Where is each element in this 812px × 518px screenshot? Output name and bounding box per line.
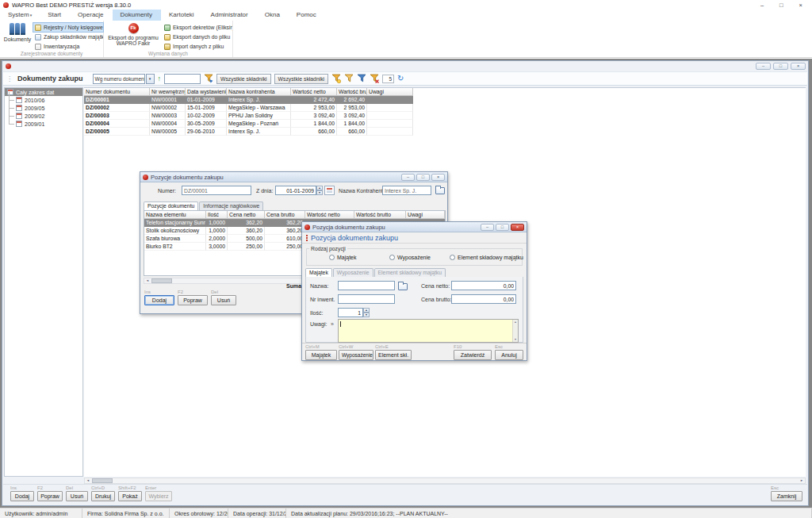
eksport-fakir-button[interactable]: Fk Eksport do programuWAPRO Fakir [107,23,159,46]
all-components-button-2[interactable]: Wszystkie składniki [274,74,329,84]
action-button[interactable]: Usuń [66,491,88,501]
column-header[interactable]: Nazwa kontrahenta [227,88,291,95]
nr-inwent-field[interactable] [338,294,395,304]
horizontal-scrollbar[interactable]: ◄ ► [84,478,806,484]
all-components-button-1[interactable]: Wszystkie składniki [216,74,271,84]
column-header[interactable]: Wartość brutto [354,211,406,218]
sort-combobox[interactable]: Wg numeru dokumentu ▾ [93,74,155,84]
menu-item[interactable]: Dokumenty [113,10,161,21]
column-header[interactable]: Wartość netto [291,88,337,95]
scrollbar-thumb[interactable] [151,278,172,283]
scroll-down-icon[interactable]: ▼ [513,338,518,341]
refresh-icon[interactable]: ↻ [397,75,404,82]
column-header[interactable]: Cena netto [228,211,265,218]
column-header[interactable]: Data wystawienia [186,88,227,95]
minimize-icon[interactable]: – [481,224,494,231]
chevron-down-icon[interactable]: ▾ [146,74,155,84]
tree-item[interactable]: 2009/05 [14,104,82,112]
z-dnia-field[interactable] [275,186,316,195]
menu-item[interactable]: Administrator [203,10,257,21]
tab[interactable]: Wyposażenie [333,268,373,277]
column-header[interactable]: Wartość brutto [337,88,367,95]
tree-item[interactable]: 2009/02 [14,112,82,120]
minimize-icon[interactable]: – [401,174,415,181]
textarea-scrollbar[interactable]: ▲ ▼ [512,320,518,342]
calendar-button[interactable] [324,186,335,195]
table-row[interactable]: DZ/00004NW/0000430-05-2009MegaSklep - Po… [84,120,413,128]
column-header[interactable]: Wartość netto [305,211,354,218]
restore-icon[interactable]: □ [416,174,430,181]
scrollbar-thumb[interactable] [92,478,113,483]
ilosc-field[interactable] [338,308,363,317]
menu-item[interactable]: Kartoteki [161,10,203,21]
column-header[interactable]: Nr wewnętrzny [150,88,186,95]
tab[interactable]: Pozycje dokumentu [144,201,198,210]
restore-icon[interactable]: □ [496,224,509,231]
filter-edit-icon[interactable] [344,74,354,83]
filter-set-icon[interactable] [331,74,341,83]
close-icon[interactable]: × [791,63,806,70]
table-row[interactable]: DZ/00001NW/0000101-01-2009Interex Sp. J.… [84,96,413,104]
scroll-up-icon[interactable]: ▲ [513,320,518,324]
cena-brutto-field[interactable] [451,294,516,304]
action-button[interactable]: Dodaj [10,491,34,501]
menu-item[interactable]: Start [40,10,70,21]
filter-icon[interactable] [357,74,366,83]
action-button[interactable]: Usuń [211,295,236,305]
ribbon-item[interactable]: Eksport dekretów (Eliksir) [163,23,232,32]
ribbon-item[interactable]: Rejestry / Noty księgowe [33,23,103,32]
dokumenty-button[interactable]: Dokumenty [3,23,32,42]
column-header[interactable]: Uwagi [367,88,413,95]
date-stepper[interactable]: ▲▼ [316,186,323,195]
column-header[interactable]: Numer dokumentu [84,88,150,95]
action-button[interactable]: Zatwierdź [454,350,492,360]
dialog-titlebar[interactable]: Pozycje dokumentu zakupu – □ × [140,172,447,182]
numer-field[interactable] [182,186,251,195]
menu-item[interactable]: Operacje [70,10,112,21]
folder-icon[interactable] [398,283,408,290]
close-icon[interactable]: × [799,1,802,10]
tab[interactable]: Informacje nagłówkowe [199,201,263,210]
search-input[interactable] [164,74,201,84]
action-button[interactable]: Dodaj [144,295,174,305]
filter-apply-arrow-icon[interactable] [204,74,213,83]
ribbon-item[interactable]: Zakup składników majątku [33,33,103,41]
minimize-icon[interactable]: – [756,63,771,70]
radio-element-skladowy[interactable]: Element składowy majątku [450,255,523,260]
action-button[interactable]: Majątek [305,350,337,360]
table-row[interactable]: DZ/00002NW/0000215-01-2009MegaSklep - Wa… [84,104,413,112]
ribbon-item[interactable]: Eksport danych do pliku [163,33,232,41]
folder-icon[interactable] [435,187,445,194]
action-button[interactable]: Wyposażenie [339,350,373,360]
action-button[interactable]: Anuluj [495,350,523,360]
radio-wyposazenie[interactable]: Wyposażenie [389,255,431,260]
filter-clear-icon[interactable] [370,74,379,83]
menu-item[interactable]: System▾ [0,10,40,21]
close-icon[interactable]: × [511,224,524,231]
action-button[interactable]: Popraw [37,491,63,501]
close-icon[interactable]: × [431,174,445,181]
tree-item[interactable]: 2010/06 [14,96,82,104]
action-button[interactable]: Element skł. [375,350,412,360]
kontrahent-field[interactable] [382,186,431,195]
ribbon-item[interactable]: Inwentaryzacja [33,42,103,51]
action-button[interactable]: Popraw [178,295,208,305]
ilosc-stepper[interactable]: ▲▼ [363,308,370,317]
table-row[interactable]: DZ/00005NW/0000529-06-2010Interex Sp. J.… [84,128,413,136]
menu-item[interactable]: Okna [257,10,289,21]
column-header[interactable]: Nazwa elementu [144,211,206,218]
minimize-icon[interactable]: – [760,1,764,10]
tab[interactable]: Majątek [305,268,332,277]
nazwa-field[interactable] [338,281,395,290]
uwagi-textarea[interactable]: ▲ ▼ [338,319,519,343]
tab[interactable]: Element składowy majątku [374,268,446,277]
column-header[interactable]: Ilość [206,211,228,218]
restore-icon[interactable]: □ [779,1,783,10]
column-header[interactable]: Uwagi [406,211,445,218]
column-header[interactable]: Cena brutto [265,211,305,218]
restore-icon[interactable]: □ [773,63,788,70]
ribbon-item[interactable]: Import danych z pliku [163,42,232,51]
dialog-titlebar[interactable]: Pozycja dokumentu zakupu – □ × [302,222,527,232]
action-button[interactable]: Pokaż [118,491,142,501]
menu-item[interactable]: Pomoc [289,10,325,21]
